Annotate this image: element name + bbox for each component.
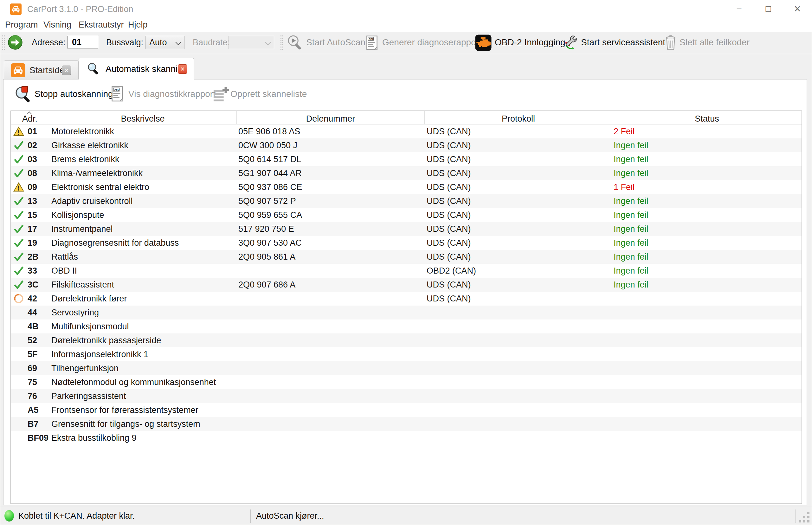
- row-partnumber: 5Q0 614 517 DL: [238, 152, 301, 166]
- warning-icon: [13, 182, 24, 193]
- row-status: Ingen feil: [613, 250, 649, 264]
- toolbar-grip: [2, 35, 5, 51]
- table-row[interactable]: 44Servostyring: [11, 305, 801, 319]
- table-body: 01Motorelektronikk05E 906 018 ASUDS (CAN…: [11, 124, 801, 445]
- table-row[interactable]: 08Klima-/varmeelektronikk5G1 907 044 ARU…: [11, 166, 801, 180]
- tab-startside[interactable]: Startside ×: [4, 60, 78, 79]
- clear-faults-button[interactable]: Slett alle feilkoder: [680, 32, 750, 54]
- row-description: Instrumentpanel: [51, 222, 113, 236]
- row-description: Kollisjonspute: [51, 208, 104, 222]
- row-address: 33: [28, 264, 37, 278]
- row-status: 2 Feil: [613, 124, 635, 138]
- row-address: 08: [28, 166, 37, 180]
- row-description: Frontsensor for førerassistentsystemer: [51, 403, 199, 417]
- table-row[interactable]: 09Elektronisk sentral elektro5Q0 937 086…: [11, 180, 801, 194]
- autoscan-magnifier-icon[interactable]: [287, 34, 304, 52]
- table-row[interactable]: A5Frontsensor for førerassistentsystemer: [11, 403, 801, 417]
- no-icon: [13, 391, 24, 402]
- column-header-adr[interactable]: Adr.: [11, 111, 49, 124]
- row-description: Adaptiv cruisekontroll: [51, 194, 133, 208]
- table-row[interactable]: 02Girkasse elektronikk0CW 300 050 JUDS (…: [11, 138, 801, 152]
- generate-report-button[interactable]: Generer diagnoserapport: [382, 32, 481, 54]
- row-status: Ingen feil: [613, 222, 649, 236]
- menu-program[interactable]: Program: [5, 18, 38, 32]
- baud-select[interactable]: [229, 36, 274, 49]
- menu-hjelp[interactable]: Hjelp: [128, 18, 148, 32]
- row-partnumber: 5Q0 937 086 CE: [238, 180, 302, 194]
- row-partnumber: 5G1 907 044 AR: [238, 166, 302, 180]
- row-protocol: UDS (CAN): [426, 138, 471, 152]
- go-arrow-icon[interactable]: [8, 35, 23, 51]
- bus-select[interactable]: Auto: [145, 36, 185, 49]
- table-row[interactable]: 5FInformasjonselektronikk 1: [11, 347, 801, 361]
- trash-icon[interactable]: [664, 34, 678, 52]
- table-row[interactable]: 42Dørelektronikk førerUDS (CAN): [11, 291, 801, 305]
- row-protocol: UDS (CAN): [426, 222, 471, 236]
- column-header-delenummer[interactable]: Delenummer: [237, 111, 424, 124]
- minimize-button[interactable]: −: [725, 0, 754, 18]
- ok-icon: [13, 168, 24, 179]
- row-partnumber: 517 920 750 E: [238, 222, 294, 236]
- table-row[interactable]: 4BMultifunksjonsmodul: [11, 319, 801, 333]
- row-status: Ingen feil: [613, 208, 649, 222]
- obd-report-icon[interactable]: OBD: [366, 35, 379, 52]
- table-row[interactable]: 15Kollisjonspute5Q0 959 655 CAUDS (CAN)I…: [11, 208, 801, 222]
- table-row[interactable]: 69Tilhengerfunksjon: [11, 361, 801, 375]
- start-service-assistant-button[interactable]: Start serviceassistent: [581, 32, 665, 54]
- ok-icon: [13, 154, 24, 165]
- check-engine-icon[interactable]: [475, 34, 492, 52]
- list-plus-icon[interactable]: [213, 86, 229, 104]
- stop-scan-magnifier-icon[interactable]: [15, 85, 33, 104]
- address-input[interactable]: [67, 36, 98, 48]
- menu-ekstrautstyr[interactable]: Ekstrautstyr: [78, 18, 124, 32]
- close-button[interactable]: ×: [783, 0, 812, 18]
- row-partnumber: 5Q0 959 655 CA: [238, 208, 302, 222]
- chevron-down-icon: [175, 39, 181, 45]
- warning-icon: [13, 126, 24, 137]
- maximize-button[interactable]: □: [754, 0, 783, 18]
- row-description: OBD II: [51, 264, 77, 278]
- table-row[interactable]: 01Motorelektronikk05E 906 018 ASUDS (CAN…: [11, 124, 801, 138]
- table-row[interactable]: 76Parkeringsassistent: [11, 389, 801, 403]
- table-row[interactable]: 3CFilskifteassistent2Q0 907 686 AUDS (CA…: [11, 278, 801, 291]
- no-icon: [13, 349, 24, 360]
- table-row[interactable]: 75Nødtelefonmodul og kommunikasjonsenhet: [11, 375, 801, 389]
- row-protocol: UDS (CAN): [426, 124, 471, 138]
- create-scanlist-button[interactable]: Opprett skanneliste: [230, 79, 307, 109]
- tab-close-icon[interactable]: ×: [62, 65, 71, 75]
- table-row[interactable]: 33OBD IIOBD2 (CAN)Ingen feil: [11, 264, 801, 278]
- menu-visning[interactable]: Visning: [43, 18, 71, 32]
- column-header-beskrivelse[interactable]: Beskrivelse: [49, 111, 236, 124]
- magnifier-icon: [87, 62, 100, 77]
- bus-label: Bussvalg:: [106, 32, 143, 54]
- view-report-button[interactable]: Vis diagnostikkrapport: [128, 79, 216, 109]
- car-icon: [11, 63, 25, 78]
- row-protocol: UDS (CAN): [426, 236, 471, 250]
- resize-grip[interactable]: [796, 509, 810, 523]
- statusbar-divider: [250, 509, 251, 523]
- row-description: Filskifteassistent: [51, 278, 114, 291]
- table-row[interactable]: BF09Ekstra busstilkobling 9: [11, 431, 801, 445]
- connection-status-text: Koblet til K+CAN. Adapter klar.: [18, 507, 135, 525]
- row-address: 42: [28, 291, 37, 305]
- column-header-protokoll[interactable]: Protokoll: [425, 111, 612, 124]
- table-row[interactable]: B7Grensesnitt for tilgangs- og startsyst…: [11, 417, 801, 431]
- tab-close-icon[interactable]: ×: [178, 64, 187, 74]
- table-row[interactable]: 2BRattlås2Q0 905 861 AUDS (CAN)Ingen fei…: [11, 250, 801, 264]
- table-row[interactable]: 13Adaptiv cruisekontroll5Q0 907 572 PUDS…: [11, 194, 801, 208]
- row-description: Grensesnitt for tilgangs- og startsystem: [51, 417, 200, 431]
- obd2-login-button[interactable]: OBD-2 Innlogging: [495, 32, 565, 54]
- service-wrench-icon[interactable]: [564, 34, 580, 52]
- start-autoscan-button[interactable]: Start AutoScan: [306, 32, 365, 54]
- obd-report-icon[interactable]: OBD: [111, 86, 125, 104]
- tab-automatisk-skanning[interactable]: Automatisk skanning ×: [78, 58, 194, 79]
- stop-autoscan-button[interactable]: Stopp autoskanning: [34, 79, 113, 109]
- table-row[interactable]: 52Dørelektronikk passasjerside: [11, 333, 801, 347]
- table-row[interactable]: 03Brems elektronikk5Q0 614 517 DLUDS (CA…: [11, 152, 801, 166]
- table-row[interactable]: 17Instrumentpanel517 920 750 EUDS (CAN)I…: [11, 222, 801, 236]
- row-address: B7: [28, 417, 39, 431]
- row-partnumber: 2Q0 907 686 A: [238, 278, 295, 291]
- table-row[interactable]: 19Diagnosegrensesnitt for databuss3Q0 90…: [11, 236, 801, 250]
- row-status: 1 Feil: [613, 180, 635, 194]
- column-header-status[interactable]: Status: [612, 111, 801, 124]
